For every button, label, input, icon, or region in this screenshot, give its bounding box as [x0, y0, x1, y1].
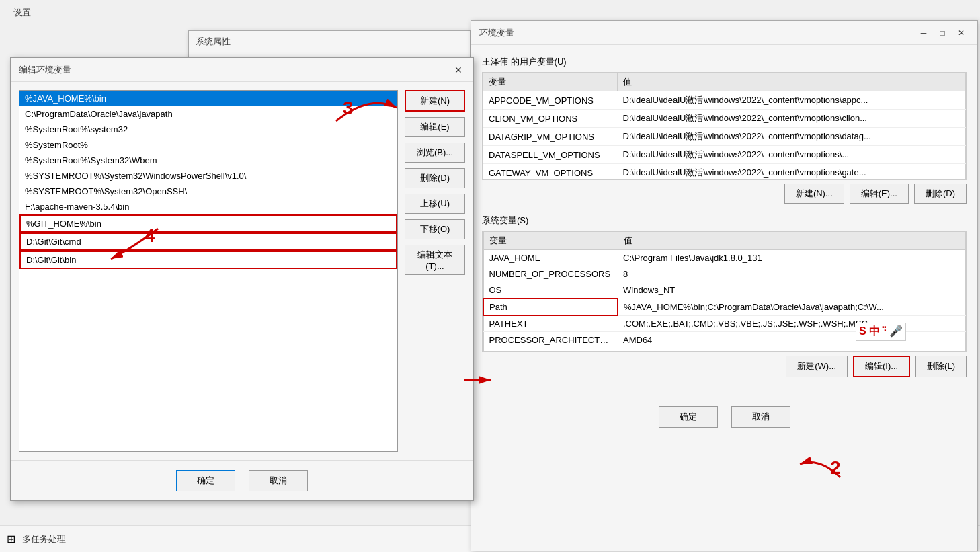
- list-item[interactable]: %SystemRoot%: [19, 137, 397, 153]
- env-var-footer: 确定 取消: [471, 399, 977, 434]
- user-vars-table: 变量 值 APPCODE_VM_OPTIONS D:\idealU\idealU…: [483, 73, 966, 180]
- sys-prop-title: 系统属性: [196, 36, 231, 48]
- edit-env-title: 编辑环境变量: [19, 64, 71, 76]
- env-var-window: 环境变量 ─ □ ✕ 王泽伟 的用户变量(U) 变量 值 APPCODE_VM_…: [471, 20, 978, 551]
- move-down-button[interactable]: 下移(O): [405, 219, 465, 239]
- taskbar-text: 多任务处理: [22, 533, 66, 545]
- close-button[interactable]: ✕: [452, 63, 465, 77]
- var-value: D:\idealU\idealU激活\windows\2022\_content…: [618, 110, 966, 128]
- list-item[interactable]: %GIT_HOME%\bin: [19, 214, 397, 233]
- var-name: OS: [483, 282, 618, 299]
- var-value: Windows_NT: [618, 282, 966, 299]
- sys-edit-button[interactable]: 编辑(I)...: [853, 356, 910, 377]
- list-item[interactable]: %SystemRoot%\System32\Wbem: [19, 153, 397, 168]
- sys-var-col-header: 变量: [483, 232, 618, 250]
- edit-env-dialog: 编辑环境变量 ✕ %JAVA_HOME%\bin C:\ProgramData\…: [10, 57, 474, 501]
- move-up-button[interactable]: 上移(U): [405, 194, 465, 214]
- close-button[interactable]: ✕: [953, 25, 969, 41]
- var-value: D:\idealU\idealU激活\windows\2022\_content…: [618, 128, 966, 146]
- env-confirm-button[interactable]: 确定: [659, 406, 718, 428]
- var-value: C:\Program Files\Java\jdk1.8.0_131: [618, 250, 966, 266]
- var-name: CLION_VM_OPTIONS: [483, 110, 618, 128]
- var-value: Intel64 Family 6 Model 158 Stepping 10, …: [618, 348, 966, 352]
- taskbar-icon: ⊞: [7, 533, 15, 545]
- user-new-button[interactable]: 新建(N)...: [784, 184, 844, 204]
- list-item[interactable]: F:\apache-maven-3.5.4\bin: [19, 199, 397, 214]
- list-item[interactable]: %SYSTEMROOT%\System32\WindowsPowerShell\…: [19, 168, 397, 184]
- var-value: AMD64: [618, 332, 966, 348]
- list-item[interactable]: %SystemRoot%\system32: [19, 122, 397, 137]
- table-row[interactable]: PROCESSOR_IDENTIFIER Intel64 Family 6 Mo…: [483, 348, 966, 352]
- var-name: PATHEXT: [483, 315, 618, 332]
- user-buttons: 新建(N)... 编辑(E)... 删除(D): [482, 184, 967, 204]
- table-row[interactable]: OS Windows_NT: [483, 282, 966, 299]
- list-item[interactable]: %SYSTEMROOT%\System32\OpenSSH\: [19, 184, 397, 199]
- var-name: PROCESSOR_ARCHITECTURE: [483, 332, 618, 348]
- var-name: APPCODE_VM_OPTIONS: [483, 91, 618, 110]
- env-button-group: 新建(N) 编辑(E) 浏览(B)... 删除(D) 上移(U) 下移(O) 编…: [405, 90, 465, 452]
- maximize-button[interactable]: □: [934, 25, 950, 41]
- edit-text-button[interactable]: 编辑文本(T)...: [405, 245, 465, 275]
- delete-button[interactable]: 删除(D): [405, 168, 465, 188]
- var-value: %JAVA_HOME%\bin;C:\ProgramData\Oracle\Ja…: [618, 299, 966, 315]
- minimize-button[interactable]: ─: [915, 25, 932, 41]
- edit-env-titlebar: 编辑环境变量 ✕: [11, 58, 473, 82]
- sys-val-col-header: 值: [618, 232, 966, 250]
- var-value: 8: [618, 266, 966, 282]
- path-var-name: Path: [483, 299, 618, 315]
- list-item[interactable]: C:\ProgramData\Oracle\Java\javapath: [19, 106, 397, 122]
- sys-delete-button[interactable]: 删除(L): [915, 356, 967, 377]
- var-value: D:\idealU\idealU激活\windows\2022\_content…: [618, 164, 966, 180]
- var-name: PROCESSOR_IDENTIFIER: [483, 348, 618, 352]
- var-name: DATAGRIP_VM_OPTIONS: [483, 128, 618, 146]
- table-row[interactable]: CLION_VM_OPTIONS D:\idealU\idealU激活\wind…: [483, 110, 966, 128]
- var-col-header: 变量: [483, 73, 618, 91]
- env-var-body: 王泽伟 的用户变量(U) 变量 值 APPCODE_VM_OPTIONS D:\…: [471, 45, 977, 399]
- table-row[interactable]: JAVA_HOME C:\Program Files\Java\jdk1.8.0…: [483, 250, 966, 266]
- var-name: GATEWAY_VM_OPTIONS: [483, 164, 618, 180]
- edit-env-body: %JAVA_HOME%\bin C:\ProgramData\Oracle\Ja…: [11, 82, 473, 460]
- table-row[interactable]: NUMBER_OF_PROCESSORS 8: [483, 266, 966, 282]
- edit-env-footer: 确定 取消: [11, 460, 473, 500]
- edit-button[interactable]: 编辑(E): [405, 117, 465, 137]
- env-list[interactable]: %JAVA_HOME%\bin C:\ProgramData\Oracle\Ja…: [19, 90, 398, 452]
- settings-label: 设置: [13, 7, 31, 19]
- list-item[interactable]: %JAVA_HOME%\bin: [19, 91, 397, 106]
- table-row[interactable]: APPCODE_VM_OPTIONS D:\idealU\idealU激活\wi…: [483, 91, 966, 110]
- table-row[interactable]: DATASPELL_VM_OPTIONS D:\idealU\idealU激活\…: [483, 146, 966, 164]
- var-name: NUMBER_OF_PROCESSORS: [483, 266, 618, 282]
- user-vars-table-container[interactable]: 变量 值 APPCODE_VM_OPTIONS D:\idealU\idealU…: [482, 72, 967, 180]
- var-name: JAVA_HOME: [483, 250, 618, 266]
- browse-button[interactable]: 浏览(B)...: [405, 143, 465, 163]
- var-name: DATASPELL_VM_OPTIONS: [483, 146, 618, 164]
- val-col-header: 值: [618, 73, 966, 91]
- var-value: .COM;.EXE;.BAT;.CMD;.VBS;.VBE;.JS;.JSE;.…: [618, 315, 966, 332]
- user-edit-button[interactable]: 编辑(E)...: [850, 184, 909, 204]
- env-cancel-button[interactable]: 取消: [731, 406, 790, 428]
- list-item[interactable]: D:\Git\Git\bin: [19, 251, 397, 269]
- sys-buttons: 新建(W)... 编辑(I)... 删除(L): [482, 356, 967, 377]
- user-delete-button[interactable]: 删除(D): [914, 184, 967, 204]
- confirm-button[interactable]: 确定: [176, 470, 235, 491]
- env-var-title: 环境变量: [479, 27, 514, 39]
- table-row[interactable]: Path %JAVA_HOME%\bin;C:\ProgramData\Orac…: [483, 299, 966, 315]
- env-var-titlebar: 环境变量 ─ □ ✕: [471, 21, 977, 45]
- sys-prop-titlebar: 系统属性: [189, 31, 470, 52]
- table-row[interactable]: DATAGRIP_VM_OPTIONS D:\idealU\idealU激活\w…: [483, 128, 966, 146]
- sys-section-title: 系统变量(S): [482, 214, 967, 227]
- cancel-button[interactable]: 取消: [249, 470, 308, 491]
- new-button[interactable]: 新建(N): [405, 90, 465, 112]
- sogou-icon: S 中 ·̈ 🎤: [856, 323, 906, 341]
- list-item[interactable]: D:\Git\Git\cmd: [19, 233, 397, 251]
- var-value: D:\idealU\idealU激活\windows\2022\_content…: [618, 91, 966, 110]
- var-value: D:\idealU\idealU激活\windows\2022\_content…: [618, 146, 966, 164]
- sys-new-button[interactable]: 新建(W)...: [786, 356, 848, 377]
- table-row[interactable]: GATEWAY_VM_OPTIONS D:\idealU\idealU激活\wi…: [483, 164, 966, 180]
- window-controls: ─ □ ✕: [915, 25, 969, 41]
- user-section-title: 王泽伟 的用户变量(U): [482, 56, 967, 68]
